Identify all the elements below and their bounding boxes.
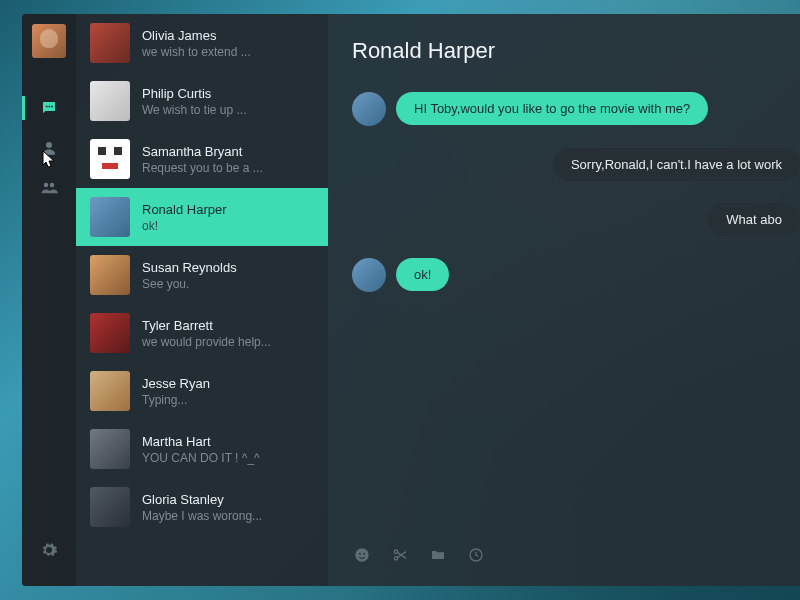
messages-list: HI Toby,would you like to go the movie w… [352, 92, 800, 533]
contact-item[interactable]: Ronald Harperok! [76, 188, 328, 246]
contact-name: Jesse Ryan [142, 376, 210, 391]
svg-point-4 [44, 183, 49, 188]
folder-icon[interactable] [430, 547, 446, 566]
contact-name: Gloria Stanley [142, 492, 262, 507]
groups-icon[interactable] [22, 168, 76, 208]
contacts-list: Olivia Jameswe wish to extend ...Philip … [76, 14, 328, 586]
gear-icon[interactable] [22, 530, 76, 570]
contact-avatar [90, 23, 130, 63]
svg-point-8 [363, 553, 365, 555]
contact-preview: Maybe I was worong... [142, 509, 262, 523]
contact-preview: ok! [142, 219, 227, 233]
contact-avatar [90, 313, 130, 353]
svg-point-3 [46, 142, 52, 148]
contact-avatar [90, 139, 130, 179]
contact-name: Susan Reynolds [142, 260, 237, 275]
contact-preview: YOU CAN DO IT ! ^_^ [142, 451, 260, 465]
scissors-icon[interactable] [392, 547, 408, 566]
svg-point-6 [355, 548, 368, 561]
contact-preview: Typing... [142, 393, 210, 407]
contact-avatar [90, 81, 130, 121]
contact-avatar [90, 429, 130, 469]
contact-item[interactable]: Susan ReynoldsSee you. [76, 246, 328, 304]
message-avatar [352, 258, 386, 292]
contact-preview: we wish to extend ... [142, 45, 251, 59]
contact-preview: Request you to be a ... [142, 161, 263, 175]
message-bubble: What abo [708, 203, 800, 236]
contact-name: Martha Hart [142, 434, 260, 449]
contact-icon[interactable] [22, 128, 76, 168]
svg-point-2 [51, 106, 53, 108]
messages-icon[interactable] [22, 88, 76, 128]
clock-icon[interactable] [468, 547, 484, 566]
self-avatar[interactable] [32, 24, 66, 58]
contact-avatar [90, 487, 130, 527]
message-bubble: ok! [396, 258, 449, 291]
chat-panel: Ronald Harper HI Toby,would you like to … [328, 14, 800, 586]
contact-avatar [90, 255, 130, 295]
contact-item[interactable]: Martha HartYOU CAN DO IT ! ^_^ [76, 420, 328, 478]
contact-item[interactable]: Philip CurtisWe wish to tie up ... [76, 72, 328, 130]
message-bubble: Sorry,Ronald,I can't.I have a lot work [553, 148, 800, 181]
chat-title: Ronald Harper [352, 38, 800, 64]
message-row: Sorry,Ronald,I can't.I have a lot work [352, 148, 800, 181]
message-row: What abo [352, 203, 800, 236]
contact-name: Philip Curtis [142, 86, 247, 101]
contact-preview: we would provide help... [142, 335, 271, 349]
message-bubble: HI Toby,would you like to go the movie w… [396, 92, 708, 125]
contact-name: Samantha Bryant [142, 144, 263, 159]
composer-toolbar [352, 533, 800, 586]
contact-item[interactable]: Samantha BryantRequest you to be a ... [76, 130, 328, 188]
svg-point-5 [50, 183, 55, 188]
message-row: HI Toby,would you like to go the movie w… [352, 92, 800, 126]
contact-item[interactable]: Tyler Barrettwe would provide help... [76, 304, 328, 362]
message-avatar [352, 92, 386, 126]
message-row: ok! [352, 258, 800, 292]
contact-preview: See you. [142, 277, 237, 291]
chat-app-window: Olivia Jameswe wish to extend ...Philip … [22, 14, 800, 586]
contact-item[interactable]: Gloria StanleyMaybe I was worong... [76, 478, 328, 536]
emoji-icon[interactable] [354, 547, 370, 566]
contact-avatar [90, 371, 130, 411]
svg-point-0 [46, 106, 48, 108]
contact-name: Olivia James [142, 28, 251, 43]
contact-name: Ronald Harper [142, 202, 227, 217]
contact-item[interactable]: Jesse RyanTyping... [76, 362, 328, 420]
contact-avatar [90, 197, 130, 237]
contact-preview: We wish to tie up ... [142, 103, 247, 117]
nav-rail [22, 14, 76, 586]
svg-point-7 [359, 553, 361, 555]
contact-item[interactable]: Olivia Jameswe wish to extend ... [76, 14, 328, 72]
contact-name: Tyler Barrett [142, 318, 271, 333]
svg-point-1 [48, 106, 50, 108]
